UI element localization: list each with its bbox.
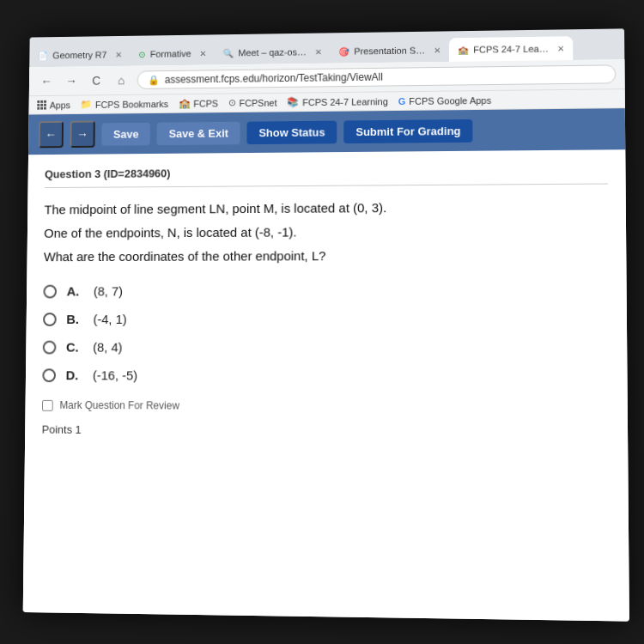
test-toolbar: ← → Save Save & Exit Show Status Submit … — [28, 108, 625, 155]
back-button[interactable]: ← — [38, 72, 56, 91]
question-line-3: What are the coordinates of the other en… — [44, 245, 609, 267]
answer-a[interactable]: A. (8, 7) — [43, 283, 609, 298]
radio-c[interactable] — [43, 340, 57, 354]
label-d: D. — [66, 368, 83, 382]
answer-d[interactable]: D. (-16, -5) — [42, 368, 610, 384]
next-button[interactable]: → — [70, 121, 94, 148]
bookmark-google-apps[interactable]: G FCPS Google Apps — [398, 94, 491, 106]
home-button[interactable]: ⌂ — [112, 71, 131, 90]
bookmark-fcpsnet[interactable]: ⊙ FCPSnet — [228, 97, 277, 108]
question-text: The midpoint of line segment LN, point M… — [44, 197, 609, 267]
bookmark-fcps-learning[interactable]: 📚 FCPS 24-7 Learning — [287, 95, 387, 107]
submit-button[interactable]: Submit For Grading — [343, 118, 472, 143]
answer-c[interactable]: C. (8, 4) — [43, 340, 610, 355]
mark-review-label: Mark Question For Review — [59, 399, 179, 412]
tab-fcps[interactable]: 🏫 FCPS 24-7 Lea… ✕ — [449, 36, 573, 62]
mark-review-checkbox[interactable] — [42, 399, 53, 410]
apps-grid-icon — [37, 100, 46, 110]
value-a: (8, 7) — [94, 284, 123, 299]
save-button[interactable]: Save — [101, 122, 150, 145]
value-c: (8, 4) — [93, 340, 122, 355]
bookmark-fcps-bookmarks[interactable]: 📁 FCPS Bookmarks — [81, 98, 169, 110]
points-label: Points 1 — [42, 423, 611, 440]
mark-review-row[interactable]: Mark Question For Review — [42, 399, 610, 414]
refresh-button[interactable]: C — [87, 71, 105, 90]
answer-b[interactable]: B. (-4, 1) — [43, 312, 609, 326]
save-exit-button[interactable]: Save & Exit — [157, 121, 240, 144]
lock-icon: 🔒 — [148, 75, 160, 86]
bookmark-apps[interactable]: Apps — [37, 100, 70, 110]
question-line-1: The midpoint of line segment LN, point M… — [44, 197, 608, 221]
answer-choices: A. (8, 7) B. (-4, 1) C. (8, 4) D. (-16, … — [42, 283, 610, 384]
forward-button[interactable]: → — [62, 71, 80, 90]
tab-presentation[interactable]: 🎯 Presentation S… ✕ — [330, 38, 449, 63]
radio-b[interactable] — [43, 313, 57, 326]
value-d: (-16, -5) — [93, 368, 137, 382]
question-id: Question 3 (ID=2834960) — [45, 163, 608, 188]
prev-button[interactable]: ← — [39, 121, 64, 148]
browser-window: 📄 Geometry R7 ✕ ⊙ Formative ✕ 🔍 Meet – q… — [23, 28, 629, 621]
address-input[interactable]: 🔒 assessment.fcps.edu/horizon/TestTaking… — [137, 64, 617, 89]
radio-d[interactable] — [42, 368, 56, 382]
question-line-2: One of the endpoints, N, is located at (… — [44, 221, 608, 244]
show-status-button[interactable]: Show Status — [247, 120, 337, 144]
tab-meet[interactable]: 🔍 Meet – qaz-os… ✕ — [215, 39, 331, 64]
tab-formative[interactable]: ⊙ Formative ✕ — [130, 41, 215, 66]
value-b: (-4, 1) — [93, 312, 126, 326]
label-c: C. — [66, 340, 83, 355]
label-a: A. — [67, 284, 84, 299]
tab-geometry[interactable]: 📄 Geometry R7 ✕ — [29, 43, 130, 68]
label-b: B. — [66, 312, 83, 326]
bookmark-fcps[interactable]: 🏫 FCPS — [179, 98, 218, 109]
radio-a[interactable] — [43, 284, 57, 298]
question-content: Question 3 (ID=2834960) The midpoint of … — [23, 149, 629, 621]
